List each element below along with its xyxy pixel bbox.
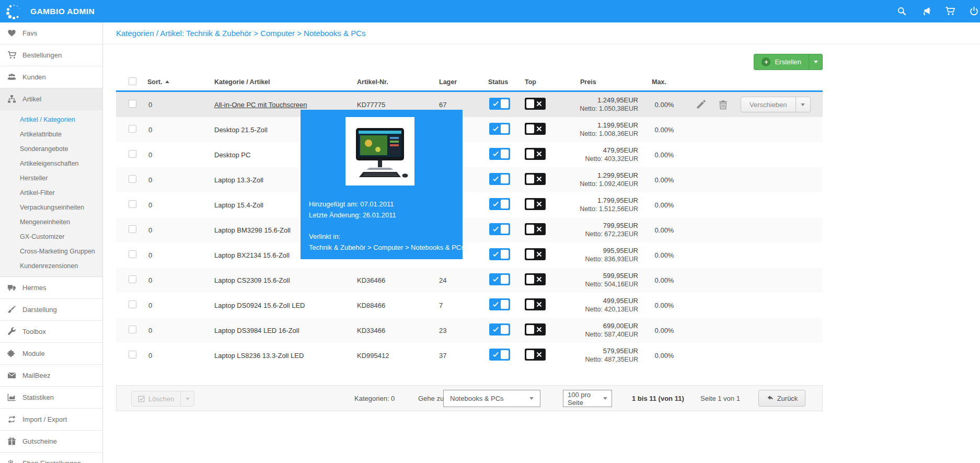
status-toggle[interactable] <box>489 349 510 361</box>
status-toggle[interactable] <box>489 223 510 235</box>
edit-pencil-icon[interactable] <box>696 99 706 110</box>
sidebar-subitem-artikeleigenschaften[interactable]: Artikeleigenschaften <box>0 156 102 171</box>
column-header-category[interactable]: Kategorie / Artikel <box>209 78 352 86</box>
sidebar-subitem-verpackungseinheiten[interactable]: Verpackungseinheiten <box>0 200 102 215</box>
check-icon <box>492 125 499 132</box>
column-header-status[interactable]: Status <box>486 78 523 86</box>
sidebar-subitem-cross-marketing-gruppen[interactable]: Cross-Marketing Gruppen <box>0 244 102 259</box>
sidebar-item-artikel[interactable]: Artikel <box>0 88 102 110</box>
delete-trash-icon[interactable] <box>718 100 728 110</box>
sidebar-subitem-gx-customizer[interactable]: GX-Customizer <box>0 229 102 244</box>
row-checkbox[interactable] <box>129 175 136 183</box>
megaphone-icon[interactable] <box>921 6 931 16</box>
article-name-link[interactable]: Laptop DS3984 LED 16-Zoll <box>214 327 299 334</box>
article-number: KD36466 <box>352 276 434 284</box>
sidebar-item-kunden[interactable]: Kunden <box>0 66 102 88</box>
sidebar-item-module[interactable]: Module <box>0 343 102 365</box>
sidebar-subitem-sonderangebote[interactable]: Sonderangebote <box>0 142 102 156</box>
sidebar-item-favs[interactable]: Favs <box>0 22 102 44</box>
column-header-top[interactable]: Top <box>523 78 563 86</box>
top-toggle[interactable] <box>525 298 546 310</box>
column-header-sort[interactable]: Sort. <box>139 78 209 86</box>
article-name-link[interactable]: Desktop 21.5-Zoll <box>214 126 268 134</box>
sidebar-item-statistiken[interactable]: Statistiken <box>0 387 102 409</box>
breadcrumb-bar: Kategorien / Artikel: Technik & Zubehör … <box>103 22 980 44</box>
status-toggle[interactable] <box>489 198 510 210</box>
top-toggle[interactable] <box>525 123 546 135</box>
status-toggle[interactable] <box>489 173 510 185</box>
row-checkbox[interactable] <box>129 200 136 208</box>
top-toggle[interactable] <box>525 98 546 110</box>
article-name-link[interactable]: Laptop 15.4-Zoll <box>214 201 263 209</box>
row-checkbox[interactable] <box>129 150 136 158</box>
max-discount: 0.00% <box>638 251 690 259</box>
article-name-link[interactable]: Laptop 13.3-Zoll <box>214 176 263 184</box>
goto-category-select[interactable]: Notebooks & PCs <box>443 390 540 407</box>
top-toggle[interactable] <box>525 173 546 185</box>
column-header-price[interactable]: Preis <box>563 78 638 86</box>
sidebar-subitem-artikel-filter[interactable]: Artikel-Filter <box>0 186 102 200</box>
move-button[interactable]: Verschieben <box>741 97 811 112</box>
create-button[interactable]: + Erstellen <box>754 54 823 70</box>
sidebar-item-gutscheine[interactable]: Gutscheine <box>0 431 102 453</box>
row-checkbox[interactable] <box>129 351 136 358</box>
create-button-label: Erstellen <box>775 58 801 66</box>
row-checkbox[interactable] <box>129 125 136 133</box>
sidebar-item-darstellung[interactable]: Darstellung <box>0 299 102 321</box>
sidebar-item-hermes[interactable]: Hermes <box>0 277 102 299</box>
delete-button[interactable]: Löschen <box>131 391 194 407</box>
heart-icon <box>7 29 16 38</box>
search-icon[interactable] <box>897 6 907 16</box>
status-toggle[interactable] <box>489 323 510 335</box>
select-all-checkbox[interactable] <box>129 77 136 85</box>
move-dropdown-button[interactable] <box>795 97 810 112</box>
top-toggle[interactable] <box>525 349 546 361</box>
sidebar-subitem-mengeneinheiten[interactable]: Mengeneinheiten <box>0 215 102 229</box>
delete-dropdown-button[interactable] <box>180 391 194 406</box>
row-checkbox[interactable] <box>129 300 136 308</box>
sidebar-item-shop-einstellungen[interactable]: Shop Einstellungen <box>0 453 102 463</box>
max-discount: 0.00% <box>638 176 690 184</box>
power-icon[interactable] <box>969 6 979 16</box>
sidebar-item-import-export[interactable]: Import / Export <box>0 409 102 431</box>
top-toggle[interactable] <box>525 198 546 210</box>
sidebar-subitem-artikel-kategorien[interactable]: Artikel / Kategorien <box>0 112 102 127</box>
article-name-link[interactable]: Laptop DS0924 15.6-Zoll LED <box>214 302 305 309</box>
top-toggle[interactable] <box>525 148 546 160</box>
back-button[interactable]: Zurück <box>758 390 805 407</box>
article-name-link[interactable]: Laptop BM3298 15.6-Zoll <box>214 226 291 234</box>
status-toggle[interactable] <box>489 98 510 110</box>
top-toggle[interactable] <box>525 223 546 235</box>
top-toggle[interactable] <box>525 273 546 285</box>
article-name-link[interactable]: Laptop CS2309 15.6-Zoll <box>214 276 290 284</box>
per-page-select[interactable]: 100 pro Seite <box>563 390 612 407</box>
sidebar-item-toolbox[interactable]: Toolbox <box>0 321 102 343</box>
sidebar-subitem-kundenrezensionen[interactable]: Kundenrezensionen <box>0 259 102 273</box>
status-toggle[interactable] <box>489 148 510 160</box>
row-checkbox[interactable] <box>129 275 136 283</box>
sidebar-item-mailbeez[interactable]: MailBeez <box>0 365 102 387</box>
top-toggle[interactable] <box>525 323 546 335</box>
create-dropdown-button[interactable] <box>809 54 822 70</box>
article-name-link[interactable]: All-in-One PC mit Touchscreen <box>214 101 307 109</box>
status-toggle[interactable] <box>489 248 510 260</box>
status-toggle[interactable] <box>489 273 510 285</box>
row-checkbox[interactable] <box>129 225 136 233</box>
column-header-max[interactable]: Max. <box>638 78 690 86</box>
row-checkbox[interactable] <box>129 100 136 108</box>
sidebar-item-bestellungen[interactable]: Bestellungen <box>0 44 102 66</box>
cart-icon[interactable] <box>945 6 955 16</box>
article-name-link[interactable]: Desktop PC <box>214 151 250 159</box>
status-toggle[interactable] <box>489 123 510 135</box>
column-header-article-no[interactable]: Artikel-Nr. <box>352 78 434 86</box>
breadcrumb[interactable]: Kategorien / Artikel: Technik & Zubehör … <box>116 29 365 38</box>
status-toggle[interactable] <box>489 298 510 310</box>
article-name-link[interactable]: Laptop BX2134 15.6-Zoll <box>214 251 290 259</box>
top-toggle[interactable] <box>525 248 546 260</box>
sidebar-subitem-hersteller[interactable]: Hersteller <box>0 171 102 186</box>
article-name-link[interactable]: Laptop LS8236 13.3-Zoll LED <box>214 352 304 360</box>
row-checkbox[interactable] <box>129 326 136 333</box>
column-header-stock[interactable]: Lager <box>434 78 486 86</box>
row-checkbox[interactable] <box>129 250 136 258</box>
sidebar-subitem-artikelattribute[interactable]: Artikelattribute <box>0 127 102 142</box>
